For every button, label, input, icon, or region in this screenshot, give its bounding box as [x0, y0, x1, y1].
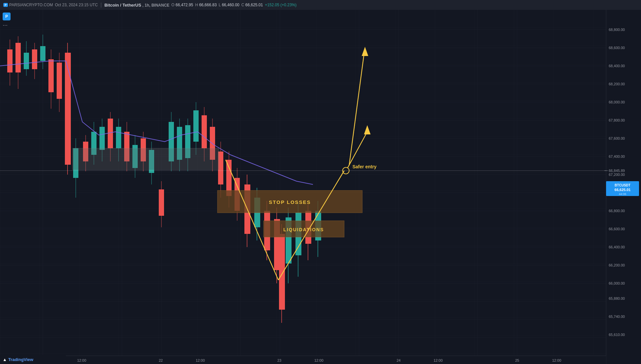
site-text: PARSIANCRYPTO.COM — [9, 3, 53, 7]
datetime-text: Oct 23, 2024 23:15 UTC — [55, 3, 98, 7]
chart-container: STOP LOSSES LIQUIDATIONS Safer entry 68,… — [0, 10, 626, 364]
svg-text:66,400.00: 66,400.00 — [609, 245, 625, 249]
stop-losses-label: STOP LOSSES — [269, 199, 311, 205]
svg-text:66,845.89: 66,845.89 — [609, 169, 625, 173]
svg-text:67,800.00: 67,800.00 — [609, 118, 625, 122]
logo-area: P PARSIANCRYPTO.COM — [3, 3, 53, 7]
svg-rect-105 — [72, 148, 219, 170]
topbar: P PARSIANCRYPTO.COM Oct 23, 2024 23:15 U… — [0, 0, 641, 10]
svg-text:25: 25 — [515, 358, 519, 362]
close-label: C 66,625.01 — [241, 3, 263, 7]
svg-text:66,000.00: 66,000.00 — [609, 281, 625, 285]
liquidations-label: LIQUIDATIONS — [283, 227, 324, 232]
svg-text:68,400.00: 68,400.00 — [609, 64, 625, 68]
svg-text:23: 23 — [277, 358, 281, 362]
svg-text:68,800.00: 68,800.00 — [609, 28, 625, 32]
svg-text:67,200.00: 67,200.00 — [609, 173, 625, 177]
svg-text:44:06: 44:06 — [619, 192, 627, 196]
symbol-text: Bitcoin / TetherUS , 1h, BINANCE — [104, 3, 169, 8]
svg-text:68,600.00: 68,600.00 — [609, 46, 625, 50]
tv-brand-text: TradingView — [8, 357, 33, 362]
svg-text:24: 24 — [397, 358, 401, 362]
svg-text:66,600.00: 66,600.00 — [609, 227, 625, 231]
svg-text:67,600.00: 67,600.00 — [609, 136, 625, 140]
svg-text:22: 22 — [159, 358, 163, 362]
svg-text:12:00: 12:00 — [433, 358, 443, 362]
svg-rect-68 — [159, 189, 164, 216]
high-label: H 66,666.83 — [195, 3, 216, 7]
svg-text:12:00: 12:00 — [196, 358, 205, 362]
svg-rect-40 — [40, 46, 45, 61]
svg-text:68,000.00: 68,000.00 — [609, 100, 625, 104]
svg-rect-78 — [202, 115, 207, 148]
logo-badge: P — [3, 3, 8, 7]
menu-dots[interactable]: ··· — [3, 22, 8, 28]
open-label: O 66,472.95 — [171, 3, 193, 7]
svg-rect-34 — [15, 43, 21, 72]
svg-text:65,740.00: 65,740.00 — [609, 315, 625, 319]
chart-svg: STOP LOSSES LIQUIDATIONS Safer entry 68,… — [0, 10, 641, 364]
svg-text:67,400.00: 67,400.00 — [609, 154, 625, 158]
low-label: L 66,460.00 — [219, 3, 239, 7]
svg-rect-36 — [24, 53, 29, 69]
svg-rect-76 — [193, 110, 199, 142]
svg-text:12:00: 12:00 — [314, 358, 323, 362]
change-value: +152.05 (+0.23%) — [265, 3, 296, 7]
svg-rect-58 — [116, 127, 121, 148]
svg-text:BTCUSDT: BTCUSDT — [615, 183, 630, 187]
svg-rect-44 — [57, 63, 62, 99]
svg-text:66,625.01: 66,625.01 — [615, 188, 631, 192]
svg-rect-54 — [99, 127, 105, 150]
svg-rect-38 — [32, 49, 37, 69]
svg-rect-104 — [279, 234, 285, 310]
svg-rect-42 — [48, 59, 54, 92]
svg-text:12:00: 12:00 — [552, 358, 561, 362]
svg-rect-32 — [7, 49, 13, 72]
tv-logo-symbol: ▲ — [3, 357, 7, 362]
svg-rect-3 — [0, 10, 606, 364]
tv-footer: ▲ TradingView — [0, 355, 66, 364]
svg-text:12:00: 12:00 — [77, 358, 86, 362]
svg-text:68,200.00: 68,200.00 — [609, 82, 625, 86]
svg-text:P: P — [5, 14, 8, 19]
svg-text:66,800.00: 66,800.00 — [609, 209, 625, 213]
safer-entry-label: Safer entry — [352, 164, 376, 169]
svg-text:66,200.00: 66,200.00 — [609, 263, 625, 267]
svg-text:65,610.00: 65,610.00 — [609, 333, 625, 337]
svg-text:65,880.00: 65,880.00 — [609, 296, 625, 300]
